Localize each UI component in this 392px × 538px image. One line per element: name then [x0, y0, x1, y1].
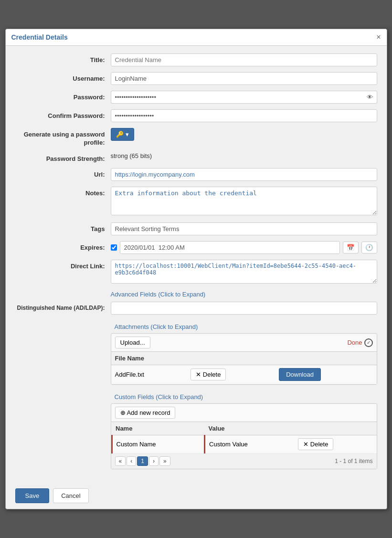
attachments-link[interactable]: Attachments (Click to Expand): [111, 320, 377, 333]
generate-label: Generate using a password profile:: [15, 128, 111, 147]
custom-name-col-header: Name: [112, 422, 205, 435]
pager: « ‹ 1 › »: [115, 456, 170, 466]
confirm-password-label: Confirm Password:: [15, 109, 111, 119]
password-control: 👁: [111, 91, 377, 104]
attachments-section: Attachments (Click to Expand) Upload... …: [15, 320, 377, 385]
file-name-col-header: File Name: [111, 352, 187, 365]
generate-button[interactable]: 🔑 ▾: [111, 128, 134, 141]
custom-name-cell: Custom Name: [112, 435, 205, 454]
dialog-title: Credential Details: [11, 33, 68, 41]
strength-value: strong (65 bits): [111, 149, 152, 159]
tags-label: Tags: [15, 222, 111, 232]
done-circle-icon: ✓: [364, 338, 373, 347]
dialog-header: Credential Details ×: [6, 29, 387, 46]
dialog-footer: Save Cancel: [6, 483, 387, 509]
add-record-button[interactable]: ⊕ Add new record: [115, 407, 176, 419]
expires-row: Expires: 📅 🕐: [15, 241, 377, 254]
next-page-button[interactable]: ›: [149, 456, 159, 466]
delete-label: Delete: [203, 371, 221, 378]
direct-link-row: Direct Link: https://localhost:10001/Web…: [15, 260, 377, 285]
strength-label: Password Strength:: [15, 152, 111, 162]
notes-row: Notes: Extra information about the crede…: [15, 187, 377, 217]
title-input[interactable]: [111, 53, 377, 66]
dn-control: [111, 302, 377, 315]
custom-value-cell: Custom Value: [205, 435, 294, 454]
calendar-icon-button[interactable]: 📅: [343, 242, 359, 253]
custom-fields-link[interactable]: Custom Fields (Click to Expand): [111, 390, 377, 403]
confirm-password-control: [111, 109, 377, 122]
delete-custom-button[interactable]: ✕ Delete: [298, 438, 334, 450]
username-row: Username:: [15, 72, 377, 85]
done-area: Done ✓: [347, 338, 372, 347]
delete-cell: ✕ Delete: [187, 365, 275, 384]
direct-link-input[interactable]: https://localhost:10001/WebClient/Main?i…: [111, 260, 377, 284]
custom-fields-header: ⊕ Add new record: [111, 404, 377, 422]
generate-control: 🔑 ▾: [111, 128, 377, 141]
expires-checkbox[interactable]: [111, 244, 117, 251]
pagination-row: « ‹ 1 › » 1 - 1 of 1 items: [111, 454, 377, 469]
page-info: 1 - 1 of 1 items: [335, 458, 372, 464]
clock-icon-button[interactable]: 🕐: [361, 242, 377, 253]
tags-control: [111, 222, 377, 235]
table-row: Custom Name Custom Value ✕ Delete: [112, 435, 377, 454]
delete-custom-icon: ✕: [303, 441, 308, 448]
attachments-panel: Upload... Done ✓ File Name: [111, 333, 377, 385]
notes-control: Extra information about the credential: [111, 187, 377, 217]
generate-arrow-icon: ▾: [126, 131, 129, 138]
first-page-button[interactable]: «: [115, 456, 126, 466]
key-icon: 🔑: [116, 131, 124, 138]
tags-row: Tags: [15, 222, 377, 235]
expires-wrap: 📅 🕐: [111, 241, 377, 254]
dn-label: Distinguished Name (AD/LDAP):: [15, 302, 111, 311]
file-name-cell: AddFile.txt: [111, 365, 187, 384]
generate-row: Generate using a password profile: 🔑 ▾: [15, 128, 377, 147]
download-button[interactable]: Download: [279, 368, 321, 381]
username-input[interactable]: [111, 72, 377, 85]
url-row: Url:: [15, 168, 377, 181]
url-label: Url:: [15, 168, 111, 178]
delete-file-button[interactable]: ✕ Delete: [191, 369, 226, 380]
show-password-button[interactable]: 👁: [363, 91, 377, 104]
attachments-table: File Name AddFile.txt ✕ Delete: [111, 352, 377, 384]
save-button[interactable]: Save: [15, 488, 50, 503]
dn-row: Distinguished Name (AD/LDAP):: [15, 302, 377, 315]
password-wrap: 👁: [111, 91, 377, 104]
actions-col-header: [187, 352, 275, 365]
expires-label: Expires:: [15, 241, 111, 251]
password-row: Password: 👁: [15, 91, 377, 104]
password-input[interactable]: [111, 91, 363, 104]
prev-page-button[interactable]: ‹: [127, 456, 136, 466]
dialog-body: Title: Username: Password: 👁 Confi: [6, 46, 387, 483]
upload-button[interactable]: Upload...: [115, 337, 150, 348]
title-row: Title:: [15, 53, 377, 66]
dn-input[interactable]: [111, 302, 377, 315]
table-row: AddFile.txt ✕ Delete Download: [111, 365, 377, 384]
attachments-header: Upload... Done ✓: [111, 334, 377, 352]
title-control: [111, 53, 377, 66]
custom-delete-cell: ✕ Delete: [294, 435, 377, 454]
cancel-button[interactable]: Cancel: [53, 488, 88, 503]
advanced-fields-link[interactable]: Advanced Fields (Click to Expand): [15, 291, 377, 298]
last-page-button[interactable]: »: [159, 456, 170, 466]
direct-link-control: https://localhost:10001/WebClient/Main?i…: [111, 260, 377, 285]
notes-input[interactable]: Extra information about the credential: [111, 187, 377, 215]
custom-fields-section: Custom Fields (Click to Expand) ⊕ Add ne…: [15, 390, 377, 469]
url-control: [111, 168, 377, 181]
close-button[interactable]: ×: [376, 33, 381, 42]
tags-input[interactable]: [111, 222, 377, 235]
delete-custom-label: Delete: [310, 441, 328, 448]
custom-actions-col-header: [294, 422, 377, 435]
notes-label: Notes:: [15, 187, 111, 197]
download-cell: Download: [275, 365, 376, 384]
custom-value-col-header: Value: [205, 422, 294, 435]
delete-icon: ✕: [196, 371, 201, 378]
strength-row: Password Strength: strong (65 bits): [15, 152, 377, 162]
custom-fields-table: Name Value Custom Name Custom Value ✕: [111, 422, 377, 454]
confirm-password-row: Confirm Password:: [15, 109, 377, 122]
username-label: Username:: [15, 72, 111, 82]
expires-control: 📅 🕐: [111, 241, 377, 254]
confirm-password-input[interactable]: [111, 109, 377, 122]
current-page-button[interactable]: 1: [137, 456, 148, 466]
expires-input[interactable]: [120, 241, 340, 254]
url-input[interactable]: [111, 168, 377, 181]
